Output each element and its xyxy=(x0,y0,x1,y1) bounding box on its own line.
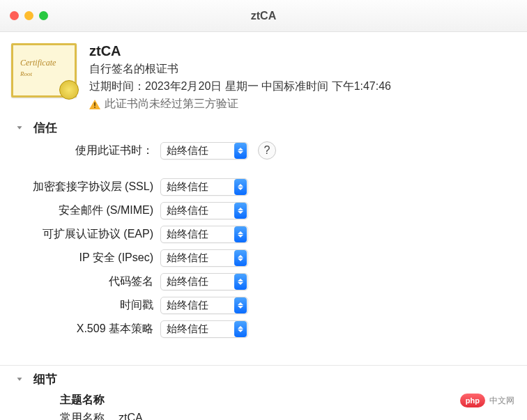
window-title: ztCA xyxy=(0,10,527,22)
select-stepper-icon xyxy=(234,321,247,337)
policy-select-eap[interactable]: 始终信任 xyxy=(160,226,248,243)
trust-section-title: 信任 xyxy=(33,120,57,136)
trust-use-row: 使用此证书时： 始终信任 ? xyxy=(0,141,527,160)
select-stepper-icon xyxy=(234,226,247,242)
certificate-name: ztCA xyxy=(89,43,391,59)
detail-row-common-name: 常用名称 ztCA xyxy=(0,409,527,420)
certificate-icon: Certificate Root xyxy=(11,43,77,98)
warning-icon xyxy=(89,100,100,109)
certificate-warning: 此证书尚未经过第三方验证 xyxy=(89,97,391,111)
trust-section: 信任 使用此证书时： 始终信任 ? 加密套接字协议层 (SSL) 始终信任 安全… xyxy=(0,117,527,359)
zoom-window-button[interactable] xyxy=(39,11,48,20)
trust-use-label: 使用此证书时： xyxy=(0,143,160,158)
policy-select-x509[interactable]: 始终信任 xyxy=(160,320,248,338)
select-stepper-icon xyxy=(234,203,247,219)
select-stepper-icon xyxy=(234,297,247,313)
seal-icon xyxy=(59,80,79,100)
details-section-title: 细节 xyxy=(33,371,57,387)
details-disclosure-toggle[interactable] xyxy=(10,371,29,387)
trust-disclosure-toggle[interactable] xyxy=(10,120,29,135)
policy-row-ipsec: IP 安全 (IPsec) 始终信任 xyxy=(0,248,527,267)
svg-rect-1 xyxy=(94,107,96,108)
minimize-window-button[interactable] xyxy=(24,11,33,20)
policy-select-codesign[interactable]: 始终信任 xyxy=(160,273,248,290)
watermark: php 中文网 xyxy=(460,394,514,407)
select-stepper-icon xyxy=(234,250,247,266)
select-stepper-icon xyxy=(234,143,247,159)
policy-row-ssl: 加密套接字协议层 (SSL) 始终信任 xyxy=(0,177,527,196)
policy-row-smime: 安全邮件 (S/MIME) 始终信任 xyxy=(0,201,527,220)
trust-use-select[interactable]: 始终信任 xyxy=(160,142,248,160)
watermark-text: 中文网 xyxy=(489,395,514,407)
title-bar: ztCA xyxy=(0,0,527,32)
policy-select-ssl[interactable]: 始终信任 xyxy=(160,178,248,196)
policy-select-timestamp[interactable]: 始终信任 xyxy=(160,297,248,314)
certificate-header: Certificate Root ztCA 自行签名的根证书 过期时间：2023… xyxy=(0,32,527,117)
policy-row-codesign: 代码签名 始终信任 xyxy=(0,272,527,291)
section-divider xyxy=(0,365,527,366)
policy-select-ipsec[interactable]: 始终信任 xyxy=(160,249,248,267)
close-window-button[interactable] xyxy=(10,11,19,20)
details-section: 细节 主题名称 常用名称 ztCA 国家或地区 CN xyxy=(0,368,527,420)
select-stepper-icon xyxy=(234,274,247,290)
window-controls xyxy=(10,11,48,20)
certificate-subtitle: 自行签名的根证书 xyxy=(89,62,391,77)
svg-rect-0 xyxy=(94,102,96,106)
select-stepper-icon xyxy=(234,179,247,195)
policy-row-x509: X.509 基本策略 始终信任 xyxy=(0,319,527,339)
policy-row-eap: 可扩展认证协议 (EAP) 始终信任 xyxy=(0,224,527,244)
policy-select-smime[interactable]: 始终信任 xyxy=(160,202,248,219)
trust-help-button[interactable]: ? xyxy=(258,141,276,160)
watermark-badge: php xyxy=(460,394,485,407)
certificate-expiry: 过期时间：2023年2月20日 星期一 中国标准时间 下午1:47:46 xyxy=(89,79,391,94)
policy-row-timestamp: 时间戳 始终信任 xyxy=(0,295,527,315)
subject-name-heading: 主题名称 xyxy=(0,391,527,409)
